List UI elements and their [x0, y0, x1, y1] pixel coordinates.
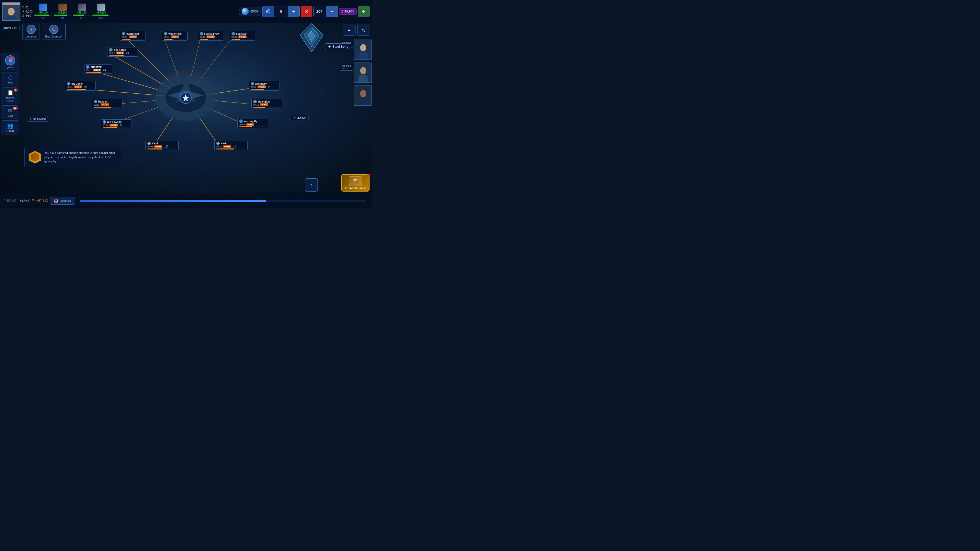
svg-point-37 [360, 90, 366, 97]
sidebar-map[interactable]: ⬡ Map [1, 72, 19, 86]
svg-point-34 [360, 67, 366, 74]
red-action-button[interactable]: ✕ [301, 6, 312, 17]
unit-timer: 00:12 [94, 103, 100, 106]
alloys-total: 9M [80, 17, 83, 19]
player-power: 8/60 [25, 14, 31, 17]
unit-icon: ⚡ [253, 100, 257, 103]
map-label-ran-bowling[interactable]: ✦ ran bowling [27, 116, 48, 122]
unit-alpenglow[interactable]: ⚡ alpenglow 00:11 SIEGE [251, 99, 282, 108]
unit-fox-sparrow-1[interactable]: ⚡ Fox sparrow 00:11 SIEGE [198, 31, 223, 41]
unit-timer: 00:11 [86, 69, 92, 71]
add-action-button[interactable]: + [326, 6, 338, 17]
siege-status: SIEGE [129, 35, 137, 38]
siege-status: SIEGE [110, 124, 118, 127]
avatar[interactable] [2, 2, 21, 21]
unit-name: wilderness [169, 32, 182, 35]
left-sidebar: ⊕ 1 Quests ⬡ Map 3 📋 Reports tpost1 14 ✉… [0, 51, 21, 208]
crystal-currency[interactable]: 65/50 [239, 6, 261, 16]
alliance-name: Steel Song [332, 45, 348, 48]
map-label-algolleoi[interactable]: ✦ algolleoi [291, 115, 309, 121]
sidebar-reports[interactable]: 3 📋 Reports tpost1 [1, 87, 19, 104]
sidebar-quests[interactable]: ⊕ 1 Quests [1, 53, 19, 71]
map-view-button[interactable]: ◎ [357, 24, 370, 36]
unit-timer: 00:11 [200, 36, 205, 38]
unit-name: Karth [221, 142, 228, 145]
outpost-sub: tpost1 [7, 100, 13, 102]
friends-label: Friends [6, 130, 14, 132]
unit-icon: ⚡ [109, 48, 113, 52]
map-label: Map [8, 81, 13, 84]
add-email-button[interactable]: + [288, 6, 300, 17]
siege-status: SIEGE [207, 35, 215, 38]
coordinates: (937, 930) [37, 199, 48, 202]
unit-icon: ⚡ [103, 120, 106, 124]
unit-bee-notes[interactable]: ⚡ Bee notes 00:07 SIEGE x3 [107, 47, 138, 57]
unit-akiradory[interactable]: ⚡ akiradory 00:08 SIEGE x4 [249, 81, 280, 91]
alloys-icon [78, 3, 86, 11]
unit-fox-sparrow-2[interactable]: ⚡ Fox spar 00:11 SIEGE [230, 31, 255, 41]
unit-timer: 00:11 [164, 36, 170, 38]
siege-status: SIEGE [154, 145, 162, 148]
quests-label: Quests [6, 66, 14, 69]
unit-timer: 00:09 [239, 123, 245, 126]
unit-wilderness[interactable]: ⚡ wilderness 00:11 SIEGE [162, 31, 188, 41]
encoded-cache-button[interactable]: 📦 Encoded Cache [341, 174, 369, 192]
unit-hayden[interactable]: ⚡ Hayden 00:12 SIEGE [92, 99, 123, 108]
unit-icon: ⚡ [200, 32, 203, 35]
siege-status: SIEGE [171, 35, 179, 38]
legends-label: Legends [26, 35, 37, 38]
central-star [180, 92, 192, 104]
unit-kezti[interactable]: ⚡ Kezti 00:08 SIEGE x13 [145, 141, 179, 150]
unit-name: Bee notes [114, 48, 126, 51]
unit-ketchup-fly[interactable]: ⚡ ketchup fly 00:09 SIEGE [237, 119, 268, 128]
unit-multiplier: x3 [103, 68, 106, 71]
unit-name: Fox sparrow [204, 32, 219, 35]
sidebar-friends[interactable]: 👥 Friends [1, 121, 19, 135]
siege-status: SIEGE [239, 35, 247, 38]
player-name: [algolleoi] [19, 199, 29, 202]
collapse-arrow-button[interactable]: ‹ [305, 178, 318, 192]
member-portrait-2[interactable] [354, 62, 372, 83]
unit-name: the Joker [72, 83, 83, 85]
unit-brightmir[interactable]: ⚡ brightmir 00:11 SIEGE x3 [84, 64, 112, 74]
unit-icon: ⚡ [231, 32, 235, 35]
unit-timer: 00:11 [67, 86, 73, 88]
unit-timer: 00:08 [251, 86, 256, 88]
unit-name: Kezti [152, 142, 158, 145]
unit-karth[interactable]: ⚡ Karth 00:12 SIEGE x14 [215, 141, 248, 150]
siege-status: SIEGE [223, 145, 231, 148]
unit-name: ran bowling [107, 121, 121, 124]
buy-quantum-button[interactable]: Q Buy Quantum [42, 23, 65, 40]
crystal-count: 65/50 [250, 10, 258, 13]
alliance-members-panel: Hosting 00:12 Hosting 00:12 [354, 40, 372, 106]
unit-the-joker[interactable]: ⚡ the Joker 00:11 SIEGE x9 [65, 81, 96, 91]
outpost-button[interactable]: 🏭 Outpost1 [50, 197, 75, 205]
sidebar-mails[interactable]: 14 ✉ Mails [1, 105, 19, 119]
blue-crystal-icon [39, 3, 47, 11]
unit-icon: ⚡ [94, 100, 97, 103]
add-z-button[interactable]: + [358, 6, 369, 17]
warning-icon: ! [29, 151, 41, 164]
unit-icon: ⚡ [164, 32, 167, 35]
progress-fill [80, 200, 266, 202]
top-right-buttons: @ 0 + ✕ 204 + Z 85,850 + [262, 6, 369, 17]
gas-amount: +85,100 [97, 11, 106, 14]
alliance-label-steel-song[interactable]: ✦ Steel Song [325, 43, 351, 50]
unit-ran-bowling[interactable]: ⚡ ran bowling 00:12 SIEGE x2 [101, 119, 131, 129]
unit-name: alpenglow [258, 100, 270, 103]
unit-cornbread[interactable]: ⚡ cornbread 00:11 SIEGE [120, 31, 145, 41]
siege-status: SIEGE [116, 52, 124, 54]
email-button[interactable]: @ [262, 6, 274, 17]
resource-alloys: +85,100 9M [73, 3, 91, 19]
member-portrait-3[interactable] [354, 86, 372, 106]
unit-icon: ⚡ [239, 119, 243, 123]
svg-point-24 [8, 8, 14, 15]
legends-button[interactable]: ⚜ Legends [22, 23, 40, 40]
minerals-amount: +85,100 [58, 11, 67, 14]
minerals-icon [59, 3, 67, 11]
list-view-button[interactable]: ≡ [343, 24, 356, 36]
bottom-nav-icons [2, 27, 8, 32]
z-currency[interactable]: Z 85,850 [339, 8, 357, 14]
member-portrait-1[interactable] [354, 40, 372, 60]
player-stars: 6,000 [25, 10, 33, 13]
